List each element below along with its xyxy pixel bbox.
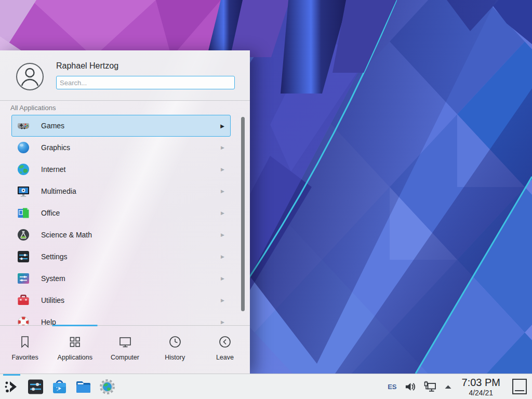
category-row-games[interactable]: Games▶: [11, 115, 231, 137]
launcher-header: Raphael Hertzog: [0, 50, 250, 101]
show-desktop-button[interactable]: [512, 379, 527, 394]
help-lifebuoy-icon: [17, 315, 30, 325]
submenu-arrow-icon: ▶: [221, 167, 224, 172]
network-icon[interactable]: [423, 381, 436, 393]
tab-label: History: [165, 354, 185, 361]
category-row-multimedia[interactable]: Multimedia▶: [11, 180, 231, 202]
category-row-office[interactable]: Office▶: [11, 202, 231, 224]
tab-label: Leave: [216, 354, 234, 361]
tab-label: Applications: [58, 354, 92, 361]
system-sliders-icon: [17, 272, 30, 285]
tab-computer[interactable]: Computer: [100, 326, 150, 374]
category-label: Games: [41, 122, 64, 130]
taskbar-icon-application-launcher[interactable]: [3, 378, 20, 395]
grid-icon: [68, 335, 82, 349]
launcher-tab-bar: FavoritesApplicationsComputerHistoryLeav…: [0, 325, 250, 374]
multimedia-screen-icon: [17, 184, 30, 198]
monitor-icon: [118, 335, 132, 349]
tab-history[interactable]: History: [150, 326, 200, 374]
taskbar-icon-web-browser[interactable]: [99, 378, 116, 395]
submenu-arrow-icon: ▶: [221, 210, 224, 216]
clock-date: 4/24/21: [462, 389, 500, 396]
volume-icon[interactable]: [405, 381, 416, 392]
active-tab-indicator: [52, 325, 98, 326]
category-row-settings[interactable]: Settings▶: [11, 246, 231, 268]
category-label: Science & Math: [41, 231, 92, 239]
expand-tray-caret-icon[interactable]: [444, 384, 452, 389]
application-launcher-menu: Raphael Hertzog All Applications Games▶G…: [0, 50, 250, 374]
category-row-help[interactable]: Help▶: [11, 311, 231, 325]
category-row-graphics[interactable]: Graphics▶: [11, 137, 231, 158]
user-avatar-icon[interactable]: [16, 63, 44, 90]
submenu-arrow-icon: ▶: [220, 123, 224, 129]
submenu-arrow-icon: ▶: [221, 145, 224, 150]
submenu-arrow-icon: ▶: [221, 254, 224, 259]
taskbar-icon-file-manager[interactable]: [75, 378, 92, 395]
submenu-arrow-icon: ▶: [221, 298, 224, 303]
submenu-arrow-icon: ▶: [221, 189, 224, 194]
settings-sliders-icon: [17, 250, 30, 263]
category-label: Settings: [41, 252, 68, 261]
section-label: All Applications: [10, 104, 56, 112]
category-row-system[interactable]: System▶: [11, 268, 231, 289]
globe-icon: [17, 163, 30, 176]
keyboard-layout-indicator[interactable]: ES: [388, 383, 396, 391]
bookmark-icon: [18, 335, 32, 349]
taskbar-icon-system-settings[interactable]: [27, 378, 44, 395]
category-label: Multimedia: [41, 187, 76, 195]
category-row-internet[interactable]: Internet▶: [11, 158, 231, 180]
desktop: Raphael Hertzog All Applications Games▶G…: [0, 0, 532, 399]
taskbar-icon-discover[interactable]: [51, 378, 68, 395]
application-category-list: Games▶Graphics▶Internet▶Multimedia▶Offic…: [0, 115, 250, 325]
category-row-science-math[interactable]: Science & Math▶: [11, 224, 231, 246]
digital-clock[interactable]: 7:03 PM 4/24/21: [462, 377, 500, 396]
gamepad-icon: [17, 119, 30, 132]
user-name: Raphael Hertzog: [56, 61, 118, 71]
tab-label: Computer: [111, 354, 139, 361]
system-tray: ES: [388, 377, 532, 396]
tab-favorites[interactable]: Favorites: [0, 326, 50, 374]
category-label: System: [41, 274, 65, 283]
taskbar-app-icons: [0, 378, 116, 395]
tab-label: Favorites: [11, 354, 38, 361]
taskbar-panel: ES: [0, 374, 532, 399]
leave-circle-icon: [218, 335, 232, 349]
science-flask-icon: [17, 228, 30, 242]
tab-applications[interactable]: Applications: [50, 326, 100, 374]
category-label: Office: [41, 209, 60, 217]
category-label: Utilities: [41, 296, 64, 304]
submenu-arrow-icon: ▶: [221, 320, 224, 325]
category-row-utilities[interactable]: Utilities▶: [11, 289, 231, 311]
graphics-ball-icon: [17, 141, 30, 154]
submenu-arrow-icon: ▶: [221, 276, 224, 281]
search-input[interactable]: [56, 76, 235, 89]
clock-icon: [168, 335, 182, 349]
clock-time: 7:03 PM: [462, 377, 500, 388]
category-label: Graphics: [41, 143, 70, 152]
office-docs-icon: [17, 206, 30, 220]
list-scrollbar[interactable]: [241, 117, 245, 311]
tab-leave[interactable]: Leave: [200, 326, 250, 374]
category-label: Internet: [41, 165, 65, 174]
utilities-toolbox-icon: [17, 294, 30, 307]
submenu-arrow-icon: ▶: [221, 232, 224, 237]
category-label: Help: [41, 318, 56, 325]
